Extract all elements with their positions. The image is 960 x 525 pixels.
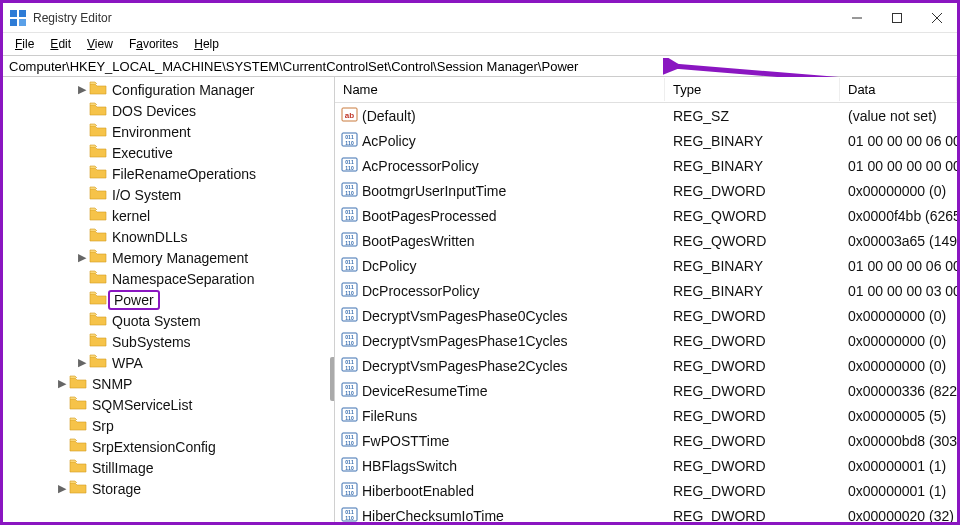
svg-text:110: 110 [345,164,354,170]
value-row[interactable]: 011110AcProcessorPolicyREG_BINARY01 00 0… [335,153,957,178]
list-body[interactable]: ab(Default)REG_SZ(value not set)011110Ac… [335,103,957,522]
folder-icon [69,480,90,497]
svg-rect-2 [10,19,17,26]
value-type: REG_DWORD [665,308,840,324]
tree-item[interactable]: Srp [3,415,334,436]
expander-icon[interactable]: ▶ [55,482,69,495]
tree-item[interactable]: Quota System [3,310,334,331]
tree-item[interactable]: ▶SNMP [3,373,334,394]
value-data: 01 00 00 00 00 00 0 [840,158,957,174]
tree-item[interactable]: NamespaceSeparation [3,268,334,289]
tree-item[interactable]: ▶Configuration Manager [3,79,334,100]
tree-label: Environment [110,124,193,140]
value-type: REG_SZ [665,108,840,124]
value-type: REG_DWORD [665,508,840,523]
folder-icon [69,459,90,476]
window-title: Registry Editor [33,11,837,25]
tree-label: SQMServiceList [90,397,194,413]
value-name: FwPOSTTime [362,433,449,449]
menu-file[interactable]: File [9,37,40,51]
app-window: Registry Editor File Edit View Favorites… [0,0,960,525]
tree-item[interactable]: ▶WPA [3,352,334,373]
tree-item[interactable]: kernel [3,205,334,226]
value-type: REG_QWORD [665,233,840,249]
svg-text:110: 110 [345,314,354,320]
menu-help[interactable]: Help [188,37,225,51]
expander-icon[interactable]: ▶ [55,377,69,390]
folder-icon [69,375,90,392]
tree-label: WPA [110,355,145,371]
value-icon: 011110 [341,331,358,351]
value-row[interactable]: ab(Default)REG_SZ(value not set) [335,103,957,128]
tree-item[interactable]: Power [3,289,334,310]
svg-text:110: 110 [345,464,354,470]
value-row[interactable]: 011110DecryptVsmPagesPhase2CyclesREG_DWO… [335,353,957,378]
maximize-button[interactable] [877,3,917,33]
value-row[interactable]: 011110HBFlagsSwitchREG_DWORD0x00000001 (… [335,453,957,478]
folder-icon [89,186,110,203]
tree-item[interactable]: KnownDLLs [3,226,334,247]
tree-label: SNMP [90,376,134,392]
tree-pane[interactable]: ▶Configuration ManagerDOS DevicesEnviron… [3,77,335,522]
value-row[interactable]: 011110BootPagesWrittenREG_QWORD0x00003a6… [335,228,957,253]
folder-icon [89,123,110,140]
value-name: DcProcessorPolicy [362,283,479,299]
value-row[interactable]: 011110HiberChecksumIoTimeREG_DWORD0x0000… [335,503,957,522]
tree-item[interactable]: Environment [3,121,334,142]
address-bar[interactable]: Computer\HKEY_LOCAL_MACHINE\SYSTEM\Curre… [3,55,957,77]
tree-label: Configuration Manager [110,82,256,98]
tree-item[interactable]: Executive [3,142,334,163]
svg-text:110: 110 [345,364,354,370]
value-data: 0x00000000 (0) [840,358,957,374]
value-name: DecryptVsmPagesPhase0Cycles [362,308,567,324]
minimize-button[interactable] [837,3,877,33]
close-button[interactable] [917,3,957,33]
svg-text:110: 110 [345,289,354,295]
svg-text:110: 110 [345,439,354,445]
expander-icon[interactable]: ▶ [75,251,89,264]
tree-item[interactable]: SQMServiceList [3,394,334,415]
value-row[interactable]: 011110DeviceResumeTimeREG_DWORD0x0000033… [335,378,957,403]
column-header-type[interactable]: Type [665,78,840,101]
value-row[interactable]: 011110HiberbootEnabledREG_DWORD0x0000000… [335,478,957,503]
svg-rect-1 [19,10,26,17]
value-type: REG_BINARY [665,258,840,274]
value-name: HBFlagsSwitch [362,458,457,474]
value-name: AcPolicy [362,133,416,149]
value-icon: 011110 [341,231,358,251]
svg-text:110: 110 [345,389,354,395]
tree-label: SrpExtensionConfig [90,439,218,455]
folder-icon [89,228,110,245]
value-data: 01 00 00 00 03 00 0 [840,283,957,299]
menu-favorites[interactable]: Favorites [123,37,184,51]
value-name: DecryptVsmPagesPhase2Cycles [362,358,567,374]
expander-icon[interactable]: ▶ [75,83,89,96]
value-row[interactable]: 011110DecryptVsmPagesPhase0CyclesREG_DWO… [335,303,957,328]
value-icon: 011110 [341,381,358,401]
tree-item[interactable]: SubSystems [3,331,334,352]
value-row[interactable]: 011110AcPolicyREG_BINARY01 00 00 00 06 0… [335,128,957,153]
tree-label: StillImage [90,460,155,476]
value-row[interactable]: 011110BootPagesProcessedREG_QWORD0x0000f… [335,203,957,228]
value-row[interactable]: 011110BootmgrUserInputTimeREG_DWORD0x000… [335,178,957,203]
column-header-name[interactable]: Name [335,78,665,101]
value-row[interactable]: 011110FwPOSTTimeREG_DWORD0x00000bd8 (303… [335,428,957,453]
tree-item[interactable]: I/O System [3,184,334,205]
value-row[interactable]: 011110DcPolicyREG_BINARY01 00 00 00 06 0… [335,253,957,278]
tree-item[interactable]: SrpExtensionConfig [3,436,334,457]
value-type: REG_DWORD [665,183,840,199]
value-row[interactable]: 011110DcProcessorPolicyREG_BINARY01 00 0… [335,278,957,303]
tree-item[interactable]: DOS Devices [3,100,334,121]
menu-view[interactable]: View [81,37,119,51]
value-row[interactable]: 011110FileRunsREG_DWORD0x00000005 (5) [335,403,957,428]
value-name: BootPagesWritten [362,233,475,249]
column-header-data[interactable]: Data [840,78,957,101]
tree-item[interactable]: FileRenameOperations [3,163,334,184]
tree-label: KnownDLLs [110,229,190,245]
value-row[interactable]: 011110DecryptVsmPagesPhase1CyclesREG_DWO… [335,328,957,353]
expander-icon[interactable]: ▶ [75,356,89,369]
tree-item[interactable]: StillImage [3,457,334,478]
tree-item[interactable]: ▶Storage [3,478,334,499]
tree-item[interactable]: ▶Memory Management [3,247,334,268]
menu-edit[interactable]: Edit [44,37,77,51]
